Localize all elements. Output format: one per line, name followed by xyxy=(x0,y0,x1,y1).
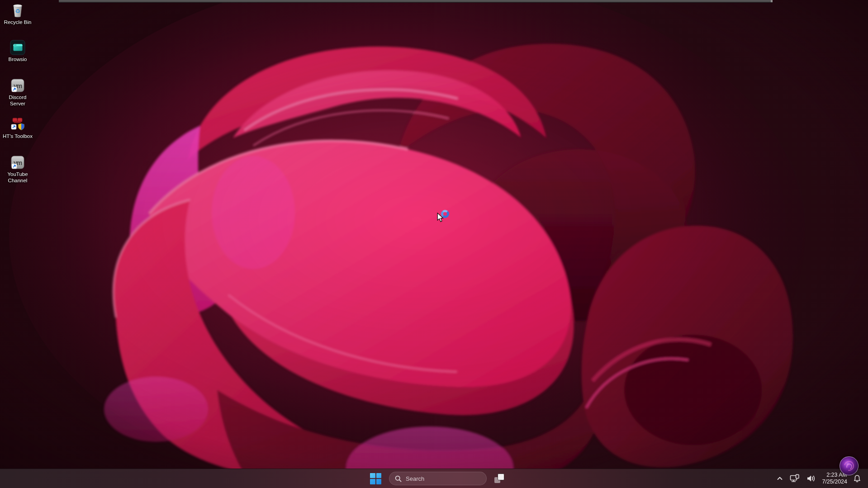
windows-logo-icon xyxy=(370,473,381,484)
desktop-icon-youtube-channel[interactable]: vm YouTube Channel xyxy=(0,155,35,184)
offscreen-window-edge[interactable] xyxy=(59,0,773,3)
arrow-cursor-icon xyxy=(437,213,444,223)
desktop[interactable] xyxy=(0,0,868,488)
purple-swirl-logo xyxy=(840,456,859,475)
uac-shield-icon xyxy=(19,123,24,130)
network-tray-button[interactable] xyxy=(787,471,802,486)
toolbox-shield-shortcut-icon xyxy=(10,117,25,132)
desktop-icon-label: HT's Toolbox xyxy=(3,133,33,140)
desktop-icon-recycle-bin[interactable]: ♻ Recycle Bin xyxy=(0,3,35,26)
search-placeholder: Search xyxy=(406,475,424,482)
task-view-icon xyxy=(494,474,504,483)
desktop-icon-label: YouTube Channel xyxy=(1,171,34,184)
taskbar-center-group: Search xyxy=(367,469,508,488)
notification-bell-icon xyxy=(853,474,861,483)
network-ethernet-icon xyxy=(790,474,800,483)
tray-date: 7/25/2024 xyxy=(822,479,847,485)
desktop-icon-hts-toolbox[interactable]: HT's Toolbox xyxy=(0,117,35,140)
chevron-up-icon xyxy=(776,475,783,482)
taskbar: Search xyxy=(0,469,868,488)
vm-shortcut-icon: vm xyxy=(10,78,25,93)
volume-tray-button[interactable] xyxy=(804,471,818,486)
desktop-icon-label: Browsio xyxy=(9,57,27,63)
wallpaper-bloom xyxy=(0,0,868,488)
volume-icon xyxy=(806,474,816,483)
vm-shortcut-icon: vm xyxy=(10,155,25,170)
desktop-icon-browsio[interactable]: Browsio xyxy=(0,40,35,63)
desktop-icon-discord-server[interactable]: vm Discord Server xyxy=(0,78,35,107)
desktop-icon-label: Discord Server xyxy=(1,95,34,107)
svg-text:♻: ♻ xyxy=(15,8,20,14)
task-view-button[interactable] xyxy=(491,470,508,487)
start-button[interactable] xyxy=(367,470,384,487)
recycle-bin-icon: ♻ xyxy=(10,3,25,18)
search-icon xyxy=(395,475,402,482)
search-input[interactable]: Search xyxy=(389,472,487,485)
browser-window-icon xyxy=(10,40,25,55)
desktop-icon-label: Recycle Bin xyxy=(4,19,32,26)
tray-overflow-button[interactable] xyxy=(774,471,786,486)
